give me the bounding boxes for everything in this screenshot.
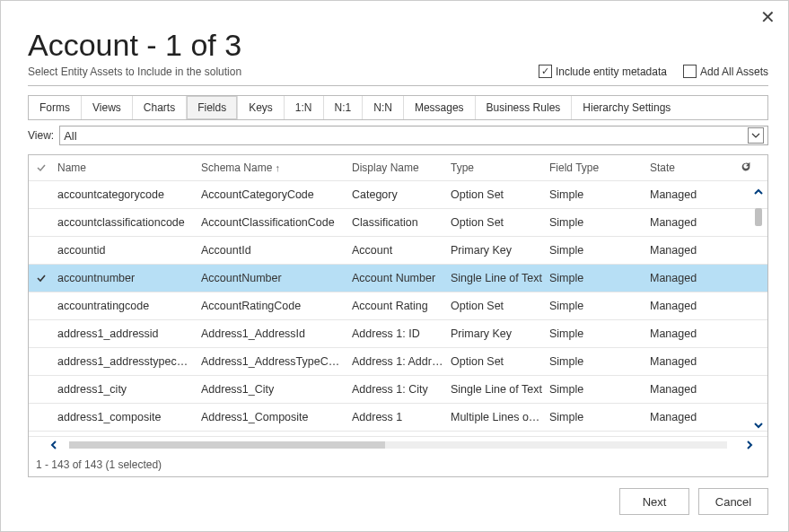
fields-grid: Name Schema Name↑ Display Name Type Fiel… bbox=[28, 154, 768, 477]
view-select[interactable]: All bbox=[59, 126, 768, 145]
cell-type: Primary Key bbox=[447, 244, 546, 257]
cell-fieldtype: Simple bbox=[546, 300, 646, 312]
cell-schema: Address1_AddressTypeCode bbox=[197, 355, 348, 368]
cancel-button[interactable]: Cancel bbox=[698, 488, 768, 515]
tab-forms[interactable]: Forms bbox=[29, 96, 82, 119]
hscroll-thumb[interactable] bbox=[69, 441, 385, 449]
cell-fieldtype: Simple bbox=[546, 188, 646, 201]
table-row[interactable]: accountidAccountIdAccountPrimary KeySimp… bbox=[29, 237, 767, 265]
next-button[interactable]: Next bbox=[619, 488, 689, 515]
cell-display: Address 1: City bbox=[348, 383, 447, 396]
cell-state: Managed bbox=[646, 411, 736, 423]
table-row[interactable]: accountratingcodeAccountRatingCodeAccoun… bbox=[29, 292, 767, 320]
tab-bar: FormsViewsChartsFieldsKeys1:NN:1N:NMessa… bbox=[28, 95, 768, 120]
cell-state: Managed bbox=[646, 355, 736, 368]
cell-state: Managed bbox=[646, 272, 736, 284]
cell-state: Managed bbox=[646, 216, 736, 229]
add-all-assets-label: Add All Assets bbox=[700, 65, 768, 78]
horizontal-scrollbar[interactable] bbox=[29, 436, 767, 453]
cell-state: Managed bbox=[646, 300, 736, 312]
table-row[interactable]: address1_compositeAddress1_CompositeAddr… bbox=[29, 404, 767, 432]
table-row[interactable]: address1_cityAddress1_CityAddress 1: Cit… bbox=[29, 376, 767, 404]
column-schema[interactable]: Schema Name↑ bbox=[197, 161, 348, 174]
cell-fieldtype: Simple bbox=[546, 327, 646, 340]
close-icon[interactable]: ✕ bbox=[760, 8, 776, 26]
column-type[interactable]: Type bbox=[447, 161, 546, 174]
vertical-scrollbar[interactable] bbox=[751, 181, 766, 436]
tab-fields[interactable]: Fields bbox=[187, 96, 238, 119]
column-fieldtype[interactable]: Field Type bbox=[546, 161, 646, 174]
table-row[interactable]: address1_addresstypecodeAddress1_Address… bbox=[29, 348, 767, 376]
refresh-button[interactable] bbox=[736, 161, 756, 176]
view-row: View: All bbox=[28, 126, 768, 145]
cell-schema: AccountId bbox=[197, 244, 348, 257]
cell-name: accountclassificationcode bbox=[54, 216, 197, 229]
cell-name: address1_addressid bbox=[54, 327, 197, 340]
cell-schema: Address1_Composite bbox=[197, 411, 348, 423]
table-row[interactable]: address1_addressidAddress1_AddressIdAddr… bbox=[29, 320, 767, 348]
page-subtitle: Select Entity Assets to Include in the s… bbox=[28, 65, 522, 78]
cell-type: Primary Key bbox=[447, 327, 546, 340]
scroll-thumb[interactable] bbox=[755, 208, 762, 226]
tab-business-rules[interactable]: Business Rules bbox=[476, 96, 573, 119]
cell-type: Option Set bbox=[447, 300, 546, 312]
grid-header: Name Schema Name↑ Display Name Type Fiel… bbox=[29, 155, 767, 181]
scroll-down-icon[interactable] bbox=[753, 420, 764, 431]
cell-type: Single Line of Text bbox=[447, 383, 546, 396]
include-metadata-label: Include entity metadata bbox=[556, 65, 667, 78]
cell-name: address1_composite bbox=[54, 411, 197, 423]
checkbox-icon bbox=[683, 65, 697, 78]
cell-schema: AccountClassificationCode bbox=[197, 216, 348, 229]
subtitle-row: Select Entity Assets to Include in the s… bbox=[28, 65, 768, 86]
grid-body: accountcategorycodeAccountCategoryCodeCa… bbox=[29, 181, 767, 436]
cell-schema: Address1_City bbox=[197, 383, 348, 396]
cell-display: Category bbox=[348, 188, 447, 201]
cell-schema: AccountNumber bbox=[197, 272, 348, 284]
row-checkbox[interactable] bbox=[29, 273, 54, 283]
cell-display: Address 1 bbox=[348, 411, 447, 423]
hscroll-track[interactable] bbox=[69, 441, 727, 449]
cell-display: Account bbox=[348, 244, 447, 257]
tab-n-n[interactable]: N:N bbox=[363, 96, 404, 119]
table-row[interactable]: accountnumberAccountNumberAccount Number… bbox=[29, 265, 767, 292]
cell-fieldtype: Simple bbox=[546, 411, 646, 423]
sort-asc-icon: ↑ bbox=[275, 162, 280, 173]
scroll-left-icon[interactable] bbox=[48, 440, 59, 450]
cell-name: accountid bbox=[54, 244, 197, 257]
tab-messages[interactable]: Messages bbox=[404, 96, 476, 119]
solution-entity-dialog: ✕ Account - 1 of 3 Select Entity Assets … bbox=[0, 0, 789, 532]
cell-fieldtype: Simple bbox=[546, 383, 646, 396]
table-row[interactable]: accountclassificationcodeAccountClassifi… bbox=[29, 209, 767, 237]
scroll-right-icon[interactable] bbox=[744, 440, 755, 450]
grid-status: 1 - 143 of 143 (1 selected) bbox=[29, 453, 767, 476]
tab-charts[interactable]: Charts bbox=[133, 96, 187, 119]
column-state[interactable]: State bbox=[646, 161, 736, 174]
tab-keys[interactable]: Keys bbox=[238, 96, 285, 119]
cell-display: Account Number bbox=[348, 272, 447, 284]
scroll-up-icon[interactable] bbox=[753, 187, 764, 197]
cell-fieldtype: Simple bbox=[546, 244, 646, 257]
column-name[interactable]: Name bbox=[54, 161, 197, 174]
tab-hierarchy-settings[interactable]: Hierarchy Settings bbox=[572, 96, 681, 119]
cell-type: Option Set bbox=[447, 216, 546, 229]
cell-fieldtype: Simple bbox=[546, 216, 646, 229]
dialog-footer: Next Cancel bbox=[28, 488, 768, 515]
cell-state: Managed bbox=[646, 327, 736, 340]
table-row[interactable]: accountcategorycodeAccountCategoryCodeCa… bbox=[29, 181, 767, 209]
cell-type: Option Set bbox=[447, 188, 546, 201]
cell-display: Address 1: Addr… bbox=[348, 355, 447, 368]
include-metadata-checkbox[interactable]: ✓ Include entity metadata bbox=[539, 65, 667, 78]
add-all-assets-checkbox[interactable]: Add All Assets bbox=[683, 65, 768, 78]
cell-type: Single Line of Text bbox=[447, 272, 546, 284]
select-all-checkbox[interactable] bbox=[29, 162, 54, 173]
view-label: View: bbox=[28, 129, 54, 142]
cell-schema: AccountCategoryCode bbox=[197, 188, 348, 201]
tab-views[interactable]: Views bbox=[82, 96, 133, 119]
chevron-down-icon bbox=[748, 127, 764, 144]
cell-fieldtype: Simple bbox=[546, 355, 646, 368]
column-display[interactable]: Display Name bbox=[348, 161, 447, 174]
cell-state: Managed bbox=[646, 383, 736, 396]
tab-n-1[interactable]: N:1 bbox=[324, 96, 364, 119]
tab-1-n[interactable]: 1:N bbox=[285, 96, 324, 119]
checkbox-icon: ✓ bbox=[539, 65, 552, 78]
